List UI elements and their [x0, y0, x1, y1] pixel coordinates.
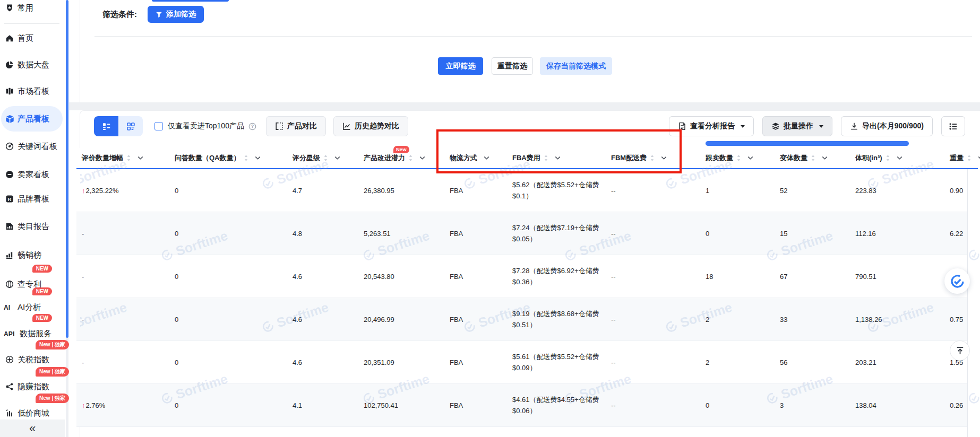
download-icon	[850, 122, 858, 130]
sort-icon[interactable]	[544, 154, 548, 162]
sidebar-collapse-button[interactable]: «	[0, 419, 65, 437]
column-settings-button[interactable]	[941, 116, 965, 136]
sort-icon[interactable]	[811, 154, 815, 162]
cell-fbm_fee: --	[606, 341, 700, 383]
grid-view-toggle[interactable]	[118, 116, 143, 136]
column-label: 跟卖数量	[706, 153, 733, 163]
product-compare-button[interactable]: 产品对比	[266, 116, 326, 136]
sort-icon[interactable]	[650, 154, 655, 162]
cell-variants: 3	[775, 384, 850, 426]
sidebar-item-2[interactable]: 首页	[0, 30, 65, 47]
chevron-down-icon[interactable]	[419, 156, 425, 160]
sidebar-item-label: 关键词看板	[18, 142, 57, 152]
table-row-6[interactable]: ↑2.76%04.1102,750.41FBA$4.61（配送费$4.55+仓储…	[76, 384, 978, 427]
save-filter-mode-button[interactable]: 保存当前筛选模式	[540, 57, 612, 75]
sort-icon[interactable]	[408, 154, 413, 162]
sort-icon[interactable]	[736, 154, 741, 162]
funnel-icon	[156, 11, 162, 18]
table-row-4[interactable]: -04.620,496.99FBA$9.19（配送费$8.68+仓储费$0.51…	[76, 298, 978, 341]
sidebar-item-12[interactable]: AIAI分析NEW	[0, 299, 65, 316]
sidebar-scrollbar-thumb[interactable]	[66, 0, 68, 338]
brand-assistant-button[interactable]	[944, 268, 970, 294]
sidebar-item-9[interactable]: 类目报告	[0, 219, 65, 235]
patent-search-icon	[5, 280, 15, 290]
chevron-down-icon[interactable]	[661, 156, 667, 160]
back-to-top-button[interactable]	[950, 340, 970, 361]
chevron-down-icon[interactable]	[555, 156, 561, 160]
sort-icon[interactable]	[967, 154, 972, 162]
sidebar-item-label: 卖家看板	[18, 170, 49, 180]
back-to-top-icon	[955, 346, 965, 356]
view-toggle-group	[94, 116, 143, 136]
table-row-1[interactable]: ↑2,325.22%04.726,380.95FBA$5.62（配送费$5.52…	[76, 169, 978, 212]
new-badge: New | 独家	[36, 340, 69, 349]
low-price-mall-icon	[5, 409, 15, 418]
sidebar-item-4[interactable]: 市场看板	[0, 83, 65, 100]
sidebar-item-8[interactable]: R品牌看板	[0, 191, 65, 208]
history-trend-button[interactable]: 历史趋势对比	[333, 116, 408, 136]
cell-fbm_fee: --	[606, 298, 700, 340]
trend-chart-icon	[342, 122, 351, 130]
export-label: 导出(本月900/900)	[862, 121, 924, 131]
document-icon	[678, 122, 686, 130]
table-row-5[interactable]: -04.620,351.09FBA$5.61（配送费$5.52+仓储费$0.09…	[76, 341, 978, 384]
view-report-button[interactable]: 查看分析报告	[669, 116, 754, 136]
apply-filter-button[interactable]: 立即筛选	[438, 57, 483, 75]
column-header-fba_fee[interactable]: FBA费用	[507, 148, 606, 168]
column-header-rating[interactable]: 评分星级	[287, 148, 358, 168]
seller-board-icon	[5, 170, 15, 180]
column-header-volume[interactable]: 体积(in³)	[850, 148, 944, 168]
table-row-2[interactable]: -04.85,263.51FBA$7.24（配送费$7.19+仓储费$0.05）…	[76, 212, 978, 255]
chevron-down-icon[interactable]	[137, 156, 143, 160]
new-column-badge: New	[393, 146, 409, 153]
chevron-down-icon[interactable]	[897, 156, 902, 160]
cell-fba_fee: $7.24（配送费$7.19+仓储费$0.05）	[507, 212, 606, 255]
column-header-review_growth[interactable]: 评价数量增幅	[76, 148, 169, 168]
column-header-follow_sellers[interactable]: 跟卖数量	[700, 148, 775, 168]
column-header-fbm_fee[interactable]: FBM配送费	[606, 148, 700, 168]
table-row-3[interactable]: -04.620,543.80FBA$7.28（配送费$6.92+仓储费$0.36…	[76, 255, 978, 298]
chevron-down-icon[interactable]	[978, 156, 980, 160]
cell-variants: 33	[775, 298, 850, 340]
sort-icon[interactable]	[126, 154, 131, 162]
list-view-toggle[interactable]	[94, 116, 118, 136]
sort-icon[interactable]	[323, 154, 328, 162]
product-board-icon	[5, 115, 15, 124]
export-button[interactable]: 导出(本月900/900)	[841, 116, 933, 136]
column-header-variants[interactable]: 变体数量	[775, 148, 850, 168]
chevron-down-icon[interactable]	[484, 156, 489, 160]
batch-actions-button[interactable]: 批量操作	[762, 116, 832, 136]
question-circle-icon[interactable]: ?	[248, 123, 256, 130]
new-badge: New | 独家	[36, 394, 69, 403]
home-icon	[5, 34, 15, 43]
filter-conditions-label: 筛选条件:	[102, 10, 137, 20]
sidebar-item-label: AI分析	[18, 302, 41, 312]
column-header-weight[interactable]: 重量	[944, 148, 974, 168]
filter-panel: 筛选条件: 添加筛选 立即筛选 重置筛选 保存当前筛选模式	[80, 0, 980, 102]
column-header-improve_potential[interactable]: 产品改进潜力New	[358, 148, 444, 168]
sidebar-item-7[interactable]: 卖家看板	[0, 167, 65, 183]
new-badge: NEW	[32, 314, 52, 322]
app: 常用首页数据大盘市场看板产品看板关键词看板卖家看板R品牌看板类目报告畅销榜查专利…	[0, 0, 980, 437]
top100-checkbox[interactable]	[154, 122, 163, 130]
horizontal-scrollbar-thumb[interactable]	[706, 141, 909, 146]
reset-filter-button[interactable]: 重置筛选	[492, 57, 533, 75]
sidebar-item-3[interactable]: 数据大盘	[0, 57, 65, 74]
sidebar-item-6[interactable]: 关键词看板	[0, 138, 65, 155]
cell-volume: 203.21	[850, 341, 944, 383]
cell-review_growth: -	[76, 341, 169, 383]
sidebar-item-5[interactable]: 产品看板	[0, 111, 65, 128]
add-filter-button[interactable]: 添加筛选	[148, 6, 204, 23]
column-header-qa_count[interactable]: 问答数量（QA数量）	[169, 148, 287, 168]
sidebar-item-14[interactable]: 关税指数New | 独家	[0, 352, 65, 369]
sort-icon[interactable]	[886, 154, 890, 162]
chevron-down-icon[interactable]	[747, 156, 753, 160]
column-header-logistics[interactable]: 物流方式	[444, 148, 507, 168]
chevron-down-icon[interactable]	[334, 156, 340, 160]
chevron-down-icon[interactable]	[822, 156, 828, 160]
sort-icon[interactable]	[244, 154, 248, 162]
chevron-down-icon[interactable]	[255, 156, 261, 160]
sidebar-item-10[interactable]: 畅销榜	[0, 247, 65, 264]
sidebar-item-1[interactable]: 常用	[0, 0, 65, 17]
batch-actions-label: 批量操作	[784, 121, 813, 131]
